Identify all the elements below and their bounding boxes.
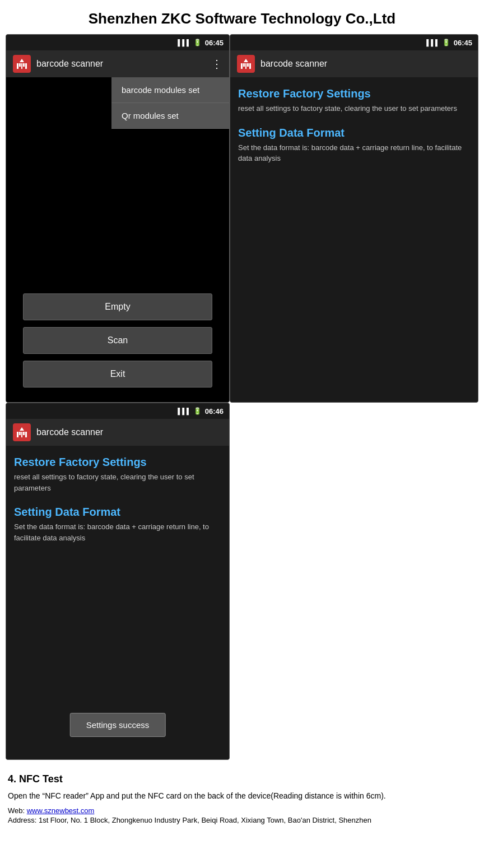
status-bar-right: ▌▌▌ 🔋 06:45 [230,35,478,50]
scan-button[interactable]: Scan [23,327,212,354]
battery-icon-right: 🔋 [442,39,450,46]
app-icon-bottom [13,423,31,441]
app-bar-left-content: barcode scanner [13,55,103,73]
settings-success-button[interactable]: Settings success [70,713,166,737]
dropdown-item-barcode[interactable]: barcode modules set [111,77,229,103]
settings-desc-restore: reset all settings to factory state, cle… [238,103,470,114]
status-icons-bottom: ▌▌▌ 🔋 [178,407,201,415]
screenshots-row-bottom: ▌▌▌ 🔋 06:46 [0,403,484,760]
screen-content-right: Restore Factory Settings reset all setti… [230,77,478,402]
app-bar-right-content: barcode scanner [237,55,327,73]
settings-item-restore: Restore Factory Settings reset all setti… [238,87,470,114]
settings-item-restore-b: Restore Factory Settings reset all setti… [14,456,221,493]
settings-item-format: Setting Data Format Set the data format … [238,127,470,164]
settings-desc-format-b: Set the data format is: barcode data + c… [14,521,221,543]
dropdown-item-qr[interactable]: Qr modules set [111,103,229,129]
signal-icon-bottom: ▌▌▌ [178,408,190,414]
button-area: Empty Scan Exit [6,290,229,402]
app-bar-left: barcode scanner ⋮ [6,50,229,77]
app-bar-bottom-content: barcode scanner [13,423,103,441]
app-title-right: barcode scanner [260,59,327,69]
status-icons-right: ▌▌▌ 🔋 [426,39,450,46]
web-url-link[interactable]: www.sznewbest.com [27,806,95,815]
app-icon-right [237,55,255,73]
status-icons-left: ▌▌▌ 🔋 [178,39,201,46]
signal-icon-right: ▌▌▌ [426,39,439,46]
phone-screen-left: ▌▌▌ 🔋 06:45 [6,34,230,403]
nfc-heading: 4. NFC Test [8,773,476,785]
time-bottom: 06:46 [205,407,224,416]
signal-icon-left: ▌▌▌ [178,39,190,46]
app-bar-bottom: barcode scanner [6,419,229,446]
dropdown-menu: barcode modules set Qr modules set [111,77,229,129]
settings-title-format-b: Setting Data Format [14,506,221,519]
time-right: 06:45 [454,39,472,47]
nfc-body: Open the “NFC reader” App and put the NF… [8,790,476,803]
screen-content-bottom: Restore Factory Settings reset all setti… [6,446,229,759]
app-title-left: barcode scanner [36,59,103,69]
menu-dots-left[interactable]: ⋮ [211,57,222,71]
web-label: Web: [8,806,27,815]
nfc-section: 4. NFC Test Open the “NFC reader” App an… [0,760,484,834]
battery-icon-left: 🔋 [193,39,202,46]
settings-desc-restore-b: reset all settings to factory state, cle… [14,472,221,493]
phone-screen-bottom: ▌▌▌ 🔋 06:46 [6,403,230,760]
status-bar-bottom: ▌▌▌ 🔋 06:46 [6,403,229,419]
time-left: 06:45 [205,39,224,47]
empty-button[interactable]: Empty [23,293,212,320]
settings-title-restore: Restore Factory Settings [238,87,470,100]
battery-icon-bottom: 🔋 [193,407,202,415]
settings-title-format: Setting Data Format [238,127,470,139]
screenshots-row-top: ▌▌▌ 🔋 06:45 [0,34,484,403]
app-bar-right: barcode scanner [230,50,478,77]
app-icon-left [13,55,31,73]
exit-button[interactable]: Exit [23,361,212,388]
app-title-bottom: barcode scanner [36,427,103,437]
phone-screen-right: ▌▌▌ 🔋 06:45 [230,34,478,403]
settings-item-format-b: Setting Data Format Set the data format … [14,506,221,543]
page-title: Shenzhen ZKC Software Technology Co.,Ltd [0,0,484,34]
settings-title-restore-b: Restore Factory Settings [14,456,221,469]
screen-content-left: barcode modules set Qr modules set Empty… [6,77,229,402]
footer-web: Web: www.sznewbest.com [8,806,476,815]
status-bar-left: ▌▌▌ 🔋 06:45 [6,35,229,50]
footer-address: Address: 1st Floor, No. 1 Block, Zhongke… [8,815,476,826]
settings-desc-format: Set the data format is: barcode data + c… [238,142,470,164]
